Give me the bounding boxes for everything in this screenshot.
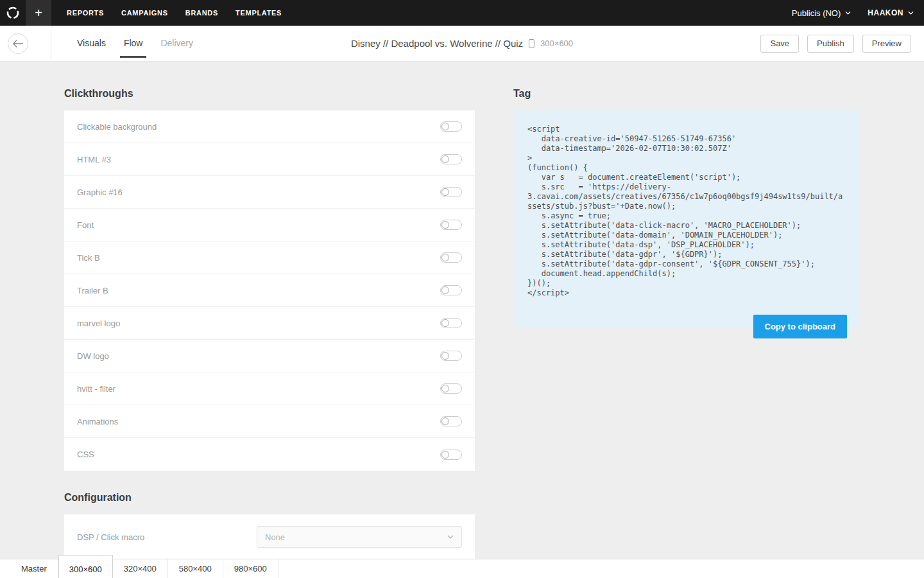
clickthrough-label: Graphic #16 xyxy=(77,188,123,197)
dsp-macro-label: DSP / Click macro xyxy=(77,532,257,542)
toggle-knob xyxy=(441,319,449,327)
clickthroughs-section: Clickthroughs Clickable background HTML … xyxy=(64,62,475,559)
clickthrough-row: Clickable background xyxy=(64,110,475,143)
toggle-switch[interactable] xyxy=(440,220,462,230)
tab-visuals[interactable]: Visuals xyxy=(77,26,106,62)
top-nav: Reports Campaigns Brands Templates xyxy=(67,0,282,26)
clickthroughs-heading: Clickthroughs xyxy=(64,87,475,100)
clickthrough-row: Tick B xyxy=(64,241,475,274)
dsp-macro-value: None xyxy=(265,532,285,542)
toggle-knob xyxy=(441,123,449,130)
clickthrough-label: Tick B xyxy=(77,253,100,263)
format-tab-bar: Master 300×600 320×400 580×400 980×600 xyxy=(0,559,924,578)
clickthrough-row: hvitt - filter xyxy=(64,372,475,405)
toggle-knob xyxy=(441,254,449,261)
clickthrough-label: CSS xyxy=(77,450,94,459)
chevron-down-icon xyxy=(845,11,851,15)
publish-button[interactable]: Publish xyxy=(807,35,854,53)
creative-tabs: Visuals Flow Delivery xyxy=(77,26,193,62)
toggle-knob xyxy=(441,451,449,459)
copy-to-clipboard-button[interactable]: Copy to clipboard xyxy=(753,315,848,338)
toggle-knob xyxy=(441,188,449,196)
clickthrough-label: Trailer B xyxy=(77,286,108,295)
preview-button[interactable]: Preview xyxy=(862,35,911,53)
tab-flow[interactable]: Flow xyxy=(124,26,143,62)
toggle-switch[interactable] xyxy=(440,450,462,460)
clickthrough-label: Animations xyxy=(77,417,118,426)
toggle-knob xyxy=(441,221,449,229)
format-size: 300×600 xyxy=(540,39,573,48)
tag-code: <script data-creative-id='50947-51265-51… xyxy=(527,125,846,298)
dsp-macro-row: DSP / Click macro None xyxy=(64,514,475,559)
nav-item-brands[interactable]: Brands xyxy=(185,0,218,26)
bottom-tab-980x600[interactable]: 980×600 xyxy=(223,559,278,578)
bottom-tab-320x400[interactable]: 320×400 xyxy=(113,559,168,578)
header-actions: Save Publish Preview xyxy=(760,35,911,53)
toggle-switch[interactable] xyxy=(440,351,462,361)
clickthrough-label: Font xyxy=(77,220,94,230)
clickthrough-label: hvitt - filter xyxy=(77,384,116,394)
account-name: Publicis (NO) xyxy=(792,8,841,18)
clickthrough-row: Graphic #16 xyxy=(64,176,475,209)
toggle-switch[interactable] xyxy=(440,416,462,426)
dsp-macro-select[interactable]: None xyxy=(257,526,462,548)
logo-icon xyxy=(6,6,20,20)
toggle-switch[interactable] xyxy=(440,318,462,328)
clickthrough-row: DW logo xyxy=(64,340,475,372)
toggle-knob xyxy=(441,286,449,294)
bottom-tab-300x600[interactable]: 300×600 xyxy=(58,555,113,578)
tag-code-block: <script data-creative-id='50947-51265-51… xyxy=(513,110,860,328)
back-button[interactable] xyxy=(8,33,28,54)
nav-item-reports[interactable]: Reports xyxy=(67,0,104,26)
configuration-heading: Configuration xyxy=(64,491,475,504)
clickthrough-row: HTML #3 xyxy=(64,143,475,176)
toggle-knob xyxy=(441,385,449,392)
nav-item-campaigns[interactable]: Campaigns xyxy=(121,0,168,26)
clickthrough-label: Clickable background xyxy=(77,122,157,132)
toggle-switch[interactable] xyxy=(440,252,462,263)
bottom-tab-master[interactable]: Master xyxy=(10,559,58,578)
nav-item-templates[interactable]: Templates xyxy=(235,0,282,26)
toggle-switch[interactable] xyxy=(440,285,462,295)
toggle-knob xyxy=(441,352,449,360)
main-content: Clickthroughs Clickable background HTML … xyxy=(0,62,924,559)
bottom-tab-580x400[interactable]: 580×400 xyxy=(168,559,223,578)
header-divider xyxy=(51,26,51,62)
toggle-switch[interactable] xyxy=(440,121,462,132)
save-button[interactable]: Save xyxy=(760,35,799,53)
clickthrough-row: CSS xyxy=(64,438,475,471)
configuration-card: DSP / Click macro None xyxy=(64,514,475,559)
topbar: + Reports Campaigns Brands Templates Pub… xyxy=(0,0,924,26)
clickthrough-label: marvel logo xyxy=(77,319,120,328)
clickthrough-row: Trailer B xyxy=(64,274,475,307)
clickthrough-row: marvel logo xyxy=(64,307,475,340)
creative-title: Disney // Deadpool vs. Wolverine // Quiz xyxy=(351,38,523,49)
toggle-switch[interactable] xyxy=(440,154,462,164)
cavai-logo-icon[interactable] xyxy=(0,0,26,26)
creative-header: Visuals Flow Delivery Disney // Deadpool… xyxy=(0,26,924,62)
toggle-switch[interactable] xyxy=(440,187,462,197)
chevron-down-icon xyxy=(908,11,914,15)
clickthrough-row: Animations xyxy=(64,405,475,438)
clickthroughs-card: Clickable background HTML #3 Graphic #16… xyxy=(64,110,475,471)
arrow-left-icon xyxy=(12,39,24,48)
format-phone-icon xyxy=(529,39,535,48)
clickthrough-label: HTML #3 xyxy=(77,155,111,164)
tab-delivery[interactable]: Delivery xyxy=(160,26,193,62)
toggle-knob xyxy=(441,417,449,425)
plus-icon: + xyxy=(35,6,42,21)
chevron-down-icon xyxy=(447,535,454,539)
toggle-knob xyxy=(441,155,449,163)
toggle-switch[interactable] xyxy=(440,383,462,394)
account-switcher[interactable]: Publicis (NO) xyxy=(792,8,851,18)
user-name: HAAKON xyxy=(868,8,903,17)
add-button[interactable]: + xyxy=(26,0,51,26)
clickthrough-row: Font xyxy=(64,209,475,241)
clickthrough-label: DW logo xyxy=(77,351,109,361)
tag-section: Tag <script data-creative-id='50947-5126… xyxy=(513,62,860,328)
creative-title-group: Disney // Deadpool vs. Wolverine // Quiz… xyxy=(351,38,573,49)
tag-heading: Tag xyxy=(513,87,860,100)
user-menu[interactable]: HAAKON xyxy=(868,8,914,17)
